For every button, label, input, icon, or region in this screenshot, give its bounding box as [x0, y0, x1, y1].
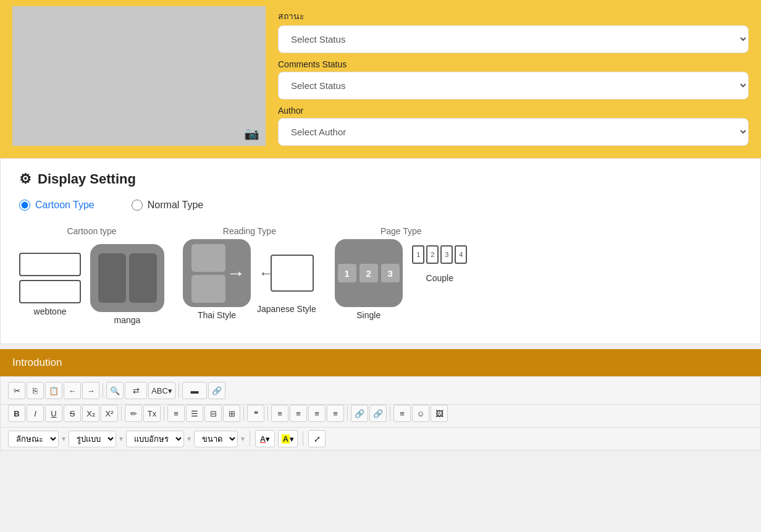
webtone-rect-1 — [19, 253, 81, 276]
webtone-rect-2 — [19, 280, 81, 303]
subscript-button[interactable]: X₂ — [82, 405, 99, 422]
copy-button[interactable]: ⎘ — [27, 382, 44, 399]
top-section: 📷 สถานะ Select Status Comments Status Se… — [0, 0, 761, 158]
strikethrough-button[interactable]: S — [64, 405, 81, 422]
align-left-button[interactable]: ≡ — [271, 405, 288, 422]
font-select[interactable]: แบบอักษร — [126, 431, 184, 447]
normal-type-radio[interactable]: Normal Type — [132, 200, 203, 211]
status-select[interactable]: Select Status — [278, 25, 749, 53]
separator8 — [390, 406, 390, 421]
intro-section: Introdution — [0, 349, 761, 376]
separator4 — [164, 406, 164, 421]
page-type-group: Page Type 1 2 3 Single 1 2 3 — [335, 226, 468, 320]
font-color-button[interactable]: A▾ — [255, 430, 275, 447]
thai-visual: → — [183, 239, 251, 307]
undo-button[interactable]: ← — [64, 382, 81, 399]
size-select[interactable]: ขนาด — [194, 431, 238, 447]
toolbar-buttons-row1: ✂ ⎘ 📋 ← → 🔍 ⇄ ABC▾ ▬ 🔗 — [8, 382, 753, 399]
couple-visual: 1 2 3 4 — [412, 239, 468, 270]
manga-panel-right — [129, 253, 157, 303]
single-card[interactable]: 1 2 3 Single — [335, 239, 403, 320]
author-select[interactable]: Select Author — [278, 118, 749, 146]
comments-select[interactable]: Select Status — [278, 72, 749, 99]
toolbar-row1: ✂ ⎘ 📋 ← → 🔍 ⇄ ABC▾ ▬ 🔗 — [0, 376, 761, 405]
japanese-style-card[interactable]: ← Japanese Style — [257, 245, 316, 314]
italic-button[interactable]: I — [27, 405, 44, 422]
expand-button[interactable]: ⤢ — [308, 430, 326, 447]
options-row: Cartoon type webtone manga — [19, 226, 742, 325]
cartoon-type-items: webtone manga — [19, 244, 164, 325]
horizontal-line-button[interactable]: ≡ — [393, 405, 411, 422]
clear-format-button[interactable]: Tx — [143, 405, 161, 422]
spellcheck-button[interactable]: ABC▾ — [148, 382, 175, 399]
redo-button[interactable]: → — [82, 382, 99, 399]
japanese-visual: ← — [259, 245, 314, 301]
ordered-list-button[interactable]: ≡ — [167, 405, 185, 422]
find-replace-button[interactable]: ⇄ — [125, 382, 147, 399]
comments-label: Comments Status — [278, 59, 749, 69]
manga-card[interactable]: manga — [90, 244, 164, 325]
format-row: ลักษณะ ▾ รูปแบบ ▾ แบบอักษร ▾ ขนาด ▾ A▾ A… — [0, 428, 761, 450]
highlight-color-button[interactable]: A▾ — [278, 430, 298, 447]
underline-button[interactable]: U — [45, 405, 62, 422]
format-separator2 — [303, 431, 303, 446]
status-field-group: สถานะ Select Status — [278, 9, 749, 53]
search-button[interactable]: 🔍 — [106, 382, 124, 399]
horizontal-rule-button[interactable]: ▬ — [182, 382, 207, 399]
radio-group: Cartoon Type Normal Type — [19, 200, 742, 211]
section-title: ⚙ Display Setting — [19, 171, 742, 187]
toolbar-row2: B I U S X₂ X² ✏ Tx ≡ ☰ ⊟ ⊞ ❝ ≡ ≡ ≡ ≡ 🔗 🔗… — [0, 405, 761, 428]
separator3 — [121, 406, 122, 421]
separator7 — [347, 406, 348, 421]
align-right-button[interactable]: ≡ — [308, 405, 326, 422]
webtone-card[interactable]: webtone — [19, 253, 81, 316]
link-button[interactable]: 🔗 — [208, 382, 225, 399]
author-label: Author — [278, 106, 749, 116]
gear-icon: ⚙ — [19, 171, 32, 187]
manga-panel-left — [98, 253, 126, 303]
separator5 — [243, 406, 244, 421]
cartoon-type-group: Cartoon type webtone manga — [19, 226, 164, 325]
outdent-button[interactable]: ⊟ — [204, 405, 222, 422]
format-separator — [250, 431, 250, 446]
status-label: สถานะ — [278, 9, 749, 23]
camera-icon: 📷 — [244, 126, 259, 141]
style-select[interactable]: รูปแบบ — [69, 431, 116, 447]
webtone-visual — [19, 253, 81, 303]
unlink-button[interactable]: 🔗 — [369, 405, 387, 422]
character-select[interactable]: ลักษณะ — [8, 431, 59, 447]
manga-visual — [90, 244, 164, 312]
superscript-button[interactable]: X² — [101, 405, 118, 422]
cartoon-type-radio[interactable]: Cartoon Type — [19, 200, 95, 211]
image-upload-area[interactable]: 📷 — [12, 6, 266, 146]
couple-card[interactable]: 1 2 3 4 Couple — [412, 239, 468, 283]
separator1 — [103, 383, 103, 398]
separator6 — [267, 406, 268, 421]
indent-button[interactable]: ⊞ — [223, 405, 240, 422]
highlight-button[interactable]: ✏ — [125, 405, 142, 422]
display-setting-section: ⚙ Display Setting Cartoon Type Normal Ty… — [0, 158, 761, 344]
separator2 — [179, 383, 179, 398]
thai-style-card[interactable]: → Thai Style — [183, 239, 251, 320]
unordered-list-button[interactable]: ☰ — [186, 405, 203, 422]
author-field-group: Author Select Author — [278, 106, 749, 146]
insert-image-button[interactable]: 🖼 — [431, 405, 448, 422]
align-center-button[interactable]: ≡ — [290, 405, 307, 422]
comments-field-group: Comments Status Select Status — [278, 59, 749, 99]
single-visual: 1 2 3 — [335, 239, 403, 307]
reading-type-group: Reading Type → Thai Style — [183, 226, 316, 320]
blockquote-button[interactable]: ❝ — [247, 405, 264, 422]
bold-button[interactable]: B — [8, 405, 25, 422]
paste-button[interactable]: 📋 — [45, 382, 62, 399]
japanese-panel — [271, 255, 314, 292]
insert-link-button[interactable]: 🔗 — [351, 405, 368, 422]
toolbar-buttons-row2: B I U S X₂ X² ✏ Tx ≡ ☰ ⊟ ⊞ ❝ ≡ ≡ ≡ ≡ 🔗 🔗… — [8, 405, 753, 422]
emoji-button[interactable]: ☺ — [412, 405, 429, 422]
cut-button[interactable]: ✂ — [8, 382, 25, 399]
form-fields: สถานะ Select Status Comments Status Sele… — [278, 6, 749, 146]
reading-items: → Thai Style ← Japanese Style — [183, 239, 316, 320]
align-justify-button[interactable]: ≡ — [327, 405, 344, 422]
